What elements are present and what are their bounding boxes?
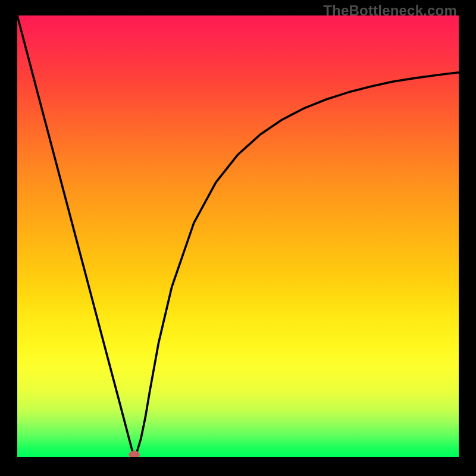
curve-layer [17,15,459,457]
chart-stage: TheBottleneck.com [0,0,476,476]
bottleneck-curve [17,15,459,457]
plot-area [17,15,459,457]
minimum-marker [129,451,140,457]
